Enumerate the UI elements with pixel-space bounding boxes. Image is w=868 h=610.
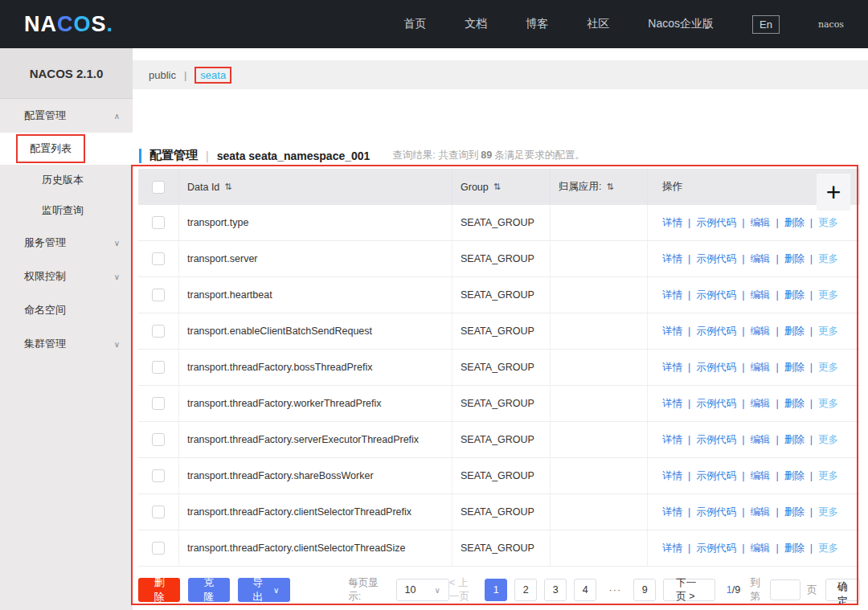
action-link[interactable]: 更多 xyxy=(818,433,838,447)
action-link[interactable]: 编辑 xyxy=(751,469,771,483)
action-link[interactable]: 详情 xyxy=(662,397,682,411)
prev-page-button[interactable]: < 上一页 xyxy=(449,576,475,604)
row-checkbox[interactable] xyxy=(152,469,165,482)
action-link[interactable]: 编辑 xyxy=(751,325,771,338)
page-number-button[interactable]: 9 xyxy=(633,579,656,601)
action-link[interactable]: 编辑 xyxy=(751,252,771,266)
row-checkbox-cell xyxy=(138,530,178,566)
sort-icon[interactable]: ⇅ xyxy=(224,182,231,192)
sidebar-item[interactable]: 配置管理∧ xyxy=(0,99,133,133)
nav-item[interactable]: 社区 xyxy=(587,17,609,31)
sidebar-subitem[interactable]: 配置列表 xyxy=(0,133,133,165)
page-size-select[interactable]: 10 ∨ xyxy=(396,579,449,601)
action-link[interactable]: 示例代码 xyxy=(696,542,736,555)
goto-confirm-button[interactable]: 确定 xyxy=(825,579,860,601)
action-link[interactable]: 删除 xyxy=(784,433,805,447)
action-link[interactable]: 示例代码 xyxy=(696,397,736,411)
row-checkbox[interactable] xyxy=(152,397,165,410)
cell-data-id: transport.server xyxy=(178,241,452,276)
action-link[interactable]: 示例代码 xyxy=(696,289,736,302)
nav-item[interactable]: 首页 xyxy=(403,17,426,31)
action-link[interactable]: 删除 xyxy=(784,216,805,230)
action-link[interactable]: 更多 xyxy=(818,289,838,302)
action-link[interactable]: 删除 xyxy=(784,361,805,375)
export-button[interactable]: 导出∨ xyxy=(238,578,291,602)
action-link[interactable]: 更多 xyxy=(818,542,838,555)
namespace-tab-seata[interactable]: seata xyxy=(194,67,231,84)
nav-item[interactable]: 博客 xyxy=(526,17,548,31)
sidebar-item[interactable]: 服务管理∨ xyxy=(0,226,133,260)
nav-item[interactable]: Nacos企业版 xyxy=(648,17,714,31)
action-link[interactable]: 编辑 xyxy=(751,433,771,447)
action-link[interactable]: 更多 xyxy=(818,506,838,519)
language-toggle[interactable]: En xyxy=(752,15,780,34)
row-checkbox[interactable] xyxy=(152,506,165,518)
action-link[interactable]: 删除 xyxy=(784,506,805,519)
nav-item[interactable]: 文档 xyxy=(465,17,487,31)
action-link[interactable]: 更多 xyxy=(818,397,838,411)
action-link[interactable]: 详情 xyxy=(662,325,682,338)
action-link[interactable]: 删除 xyxy=(784,252,805,266)
action-link[interactable]: 示例代码 xyxy=(696,506,736,519)
action-link[interactable]: 详情 xyxy=(662,542,682,555)
action-link[interactable]: 更多 xyxy=(818,469,838,483)
row-checkbox[interactable] xyxy=(152,433,165,446)
row-checkbox[interactable] xyxy=(152,361,165,374)
sidebar-subitem[interactable]: 历史版本 xyxy=(0,165,133,195)
row-checkbox[interactable] xyxy=(152,542,165,555)
action-link[interactable]: 更多 xyxy=(818,325,838,338)
row-checkbox[interactable] xyxy=(152,252,165,265)
nacos-logo[interactable]: NACOS. xyxy=(24,12,113,37)
cell-group: SEATA_GROUP xyxy=(452,241,550,276)
action-link[interactable]: 详情 xyxy=(662,361,682,375)
action-link[interactable]: 删除 xyxy=(784,325,805,338)
action-link[interactable]: 示例代码 xyxy=(696,252,736,266)
row-checkbox[interactable] xyxy=(152,289,165,301)
action-link[interactable]: 示例代码 xyxy=(696,325,736,338)
action-link[interactable]: 示例代码 xyxy=(696,433,736,447)
action-link[interactable]: 示例代码 xyxy=(696,469,736,483)
namespace-tab-public[interactable]: public xyxy=(149,69,176,81)
action-link[interactable]: 删除 xyxy=(784,397,805,411)
action-link[interactable]: 示例代码 xyxy=(696,216,736,230)
row-checkbox[interactable] xyxy=(152,325,165,338)
sidebar-item[interactable]: 权限控制∨ xyxy=(0,260,133,293)
action-link[interactable]: 更多 xyxy=(818,252,838,266)
action-link[interactable]: 更多 xyxy=(818,361,838,375)
sort-icon[interactable]: ⇅ xyxy=(493,182,501,192)
action-link[interactable]: 编辑 xyxy=(751,216,771,230)
goto-page-input[interactable] xyxy=(770,579,800,600)
action-link[interactable]: 详情 xyxy=(662,506,682,519)
action-link[interactable]: 删除 xyxy=(784,469,805,483)
delete-button[interactable]: 删除 xyxy=(138,578,180,602)
action-link[interactable]: 详情 xyxy=(662,252,682,266)
row-checkbox[interactable] xyxy=(152,216,165,229)
action-link[interactable]: 编辑 xyxy=(751,289,771,302)
action-link[interactable]: 示例代码 xyxy=(696,361,736,375)
sidebar-item[interactable]: 集群管理∨ xyxy=(0,327,133,361)
action-link[interactable]: 删除 xyxy=(784,542,805,555)
select-all-checkbox[interactable] xyxy=(152,181,165,194)
action-link[interactable]: 删除 xyxy=(784,289,805,302)
action-link[interactable]: 详情 xyxy=(662,289,682,302)
action-link[interactable]: 编辑 xyxy=(751,397,771,411)
user-menu[interactable]: nacos xyxy=(818,19,844,30)
page-number-button[interactable]: 1 xyxy=(485,579,507,601)
cell-group: SEATA_GROUP xyxy=(452,530,550,566)
clone-button[interactable]: 克隆 xyxy=(188,578,230,602)
page-number-button[interactable]: 2 xyxy=(514,579,537,601)
next-page-button[interactable]: 下一页 > xyxy=(663,579,714,601)
action-link[interactable]: 详情 xyxy=(662,433,682,447)
action-link[interactable]: 详情 xyxy=(662,216,682,230)
action-link[interactable]: 编辑 xyxy=(751,361,771,375)
sidebar-subitem[interactable]: 监听查询 xyxy=(0,195,133,226)
page-number-button[interactable]: 4 xyxy=(574,579,596,601)
action-link[interactable]: 编辑 xyxy=(751,506,771,519)
action-link[interactable]: 编辑 xyxy=(751,542,771,555)
sidebar-item[interactable]: 命名空间 xyxy=(0,293,133,327)
page-number-button[interactable]: 3 xyxy=(544,579,567,601)
action-link[interactable]: 更多 xyxy=(818,216,838,230)
sort-icon[interactable]: ⇅ xyxy=(606,182,613,192)
action-link[interactable]: 详情 xyxy=(662,469,682,483)
add-config-button[interactable]: + xyxy=(817,174,850,211)
